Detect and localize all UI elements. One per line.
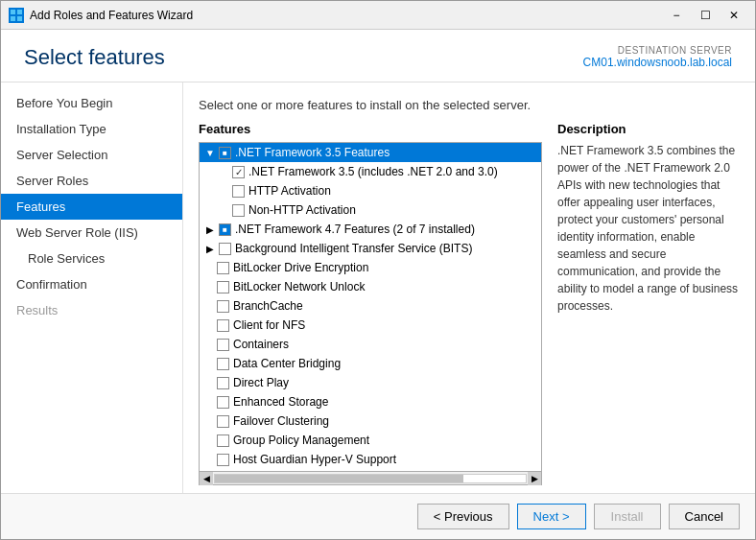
horizontal-scrollbar[interactable]: ◀ ▶ — [199, 472, 542, 485]
sidebar-item-role-services[interactable]: Role Services — [1, 246, 182, 271]
checkbox-net47[interactable] — [219, 223, 231, 236]
feature-label-data-center: Data Center Bridging — [233, 357, 341, 370]
expand-net35-icon[interactable]: ▼ — [203, 146, 217, 159]
checkbox-group-policy[interactable] — [217, 434, 229, 447]
server-name: CM01.windowsnoob.lab.local — [583, 56, 732, 69]
expand-bits-icon[interactable]: ▶ — [203, 242, 217, 255]
sidebar-item-installation-type[interactable]: Installation Type — [1, 116, 182, 142]
feature-label-bitlocker-network: BitLocker Network Unlock — [233, 280, 365, 293]
features-panel: Features ▼ .NET Framework 3.5 Features ▶ — [199, 122, 542, 485]
description-text: .NET Framework 3.5 combines the power of… — [557, 142, 740, 315]
description-panel: Description .NET Framework 3.5 combines … — [557, 122, 740, 485]
feature-label-failover: Failover Clustering — [233, 414, 329, 428]
h-scrollbar-track[interactable] — [214, 474, 527, 483]
feature-label-bits: Background Intelligent Transfer Service … — [235, 242, 472, 255]
sidebar-item-server-roles[interactable]: Server Roles — [1, 168, 182, 194]
feature-label-host-guardian: Host Guardian Hyper-V Support — [233, 453, 396, 466]
checkbox-net35[interactable] — [219, 147, 231, 159]
feature-row-bitlocker-network[interactable]: BitLocker Network Unlock — [200, 277, 541, 296]
destination-server-info: DESTINATION SERVER CM01.windowsnoob.lab.… — [583, 45, 732, 69]
maximize-button[interactable]: ☐ — [692, 6, 719, 25]
feature-label-net35-core: .NET Framework 3.5 (includes .NET 2.0 an… — [248, 165, 498, 178]
checkbox-branchcache[interactable] — [217, 300, 229, 313]
wizard-window: Add Roles and Features Wizard − ☐ ✕ Sele… — [0, 0, 756, 540]
feature-label-non-http: Non-HTTP Activation — [248, 203, 356, 217]
page-header: Select features DESTINATION SERVER CM01.… — [1, 30, 755, 82]
feature-label-net47: .NET Framework 4.7 Features (2 of 7 inst… — [235, 223, 475, 236]
page-title: Select features — [24, 45, 165, 70]
features-list[interactable]: ▼ .NET Framework 3.5 Features ▶ .NET Fra… — [199, 142, 542, 472]
destination-label: DESTINATION SERVER — [583, 45, 732, 56]
feature-row-client-nfs[interactable]: Client for NFS — [200, 316, 541, 335]
expand-net47-icon[interactable]: ▶ — [203, 223, 217, 236]
feature-row-direct-play[interactable]: Direct Play — [200, 373, 541, 392]
checkbox-client-nfs[interactable] — [217, 319, 229, 332]
svg-rect-1 — [17, 10, 22, 14]
feature-row-net47[interactable]: ▶ .NET Framework 4.7 Features (2 of 7 in… — [200, 220, 541, 239]
window-title: Add Roles and Features Wizard — [30, 9, 663, 22]
checkbox-enhanced-storage[interactable] — [217, 396, 229, 409]
close-button[interactable]: ✕ — [721, 6, 747, 25]
cancel-button[interactable]: Cancel — [669, 504, 740, 529]
two-column-layout: Features ▼ .NET Framework 3.5 Features ▶ — [199, 122, 740, 485]
feature-row-branchcache[interactable]: BranchCache — [200, 296, 541, 316]
feature-row-containers[interactable]: Containers — [200, 335, 541, 354]
h-scrollbar-thumb — [215, 475, 463, 482]
feature-label-direct-play: Direct Play — [233, 376, 289, 389]
title-bar: Add Roles and Features Wizard − ☐ ✕ — [1, 1, 755, 30]
footer: < Previous Next > Install Cancel — [1, 493, 755, 539]
sidebar-item-server-selection[interactable]: Server Selection — [1, 142, 182, 168]
checkbox-net35-core[interactable] — [232, 166, 245, 178]
install-button[interactable]: Install — [594, 504, 661, 529]
feature-row-enhanced-storage[interactable]: Enhanced Storage — [200, 392, 541, 411]
checkbox-host-guardian[interactable] — [217, 454, 229, 466]
instruction-text: Select one or more features to install o… — [199, 98, 740, 112]
feature-label-group-policy: Group Policy Management — [233, 434, 369, 447]
scroll-right-btn[interactable]: ▶ — [528, 472, 541, 485]
checkbox-failover[interactable] — [217, 415, 229, 428]
svg-rect-0 — [11, 10, 15, 14]
minimize-button[interactable]: − — [663, 6, 690, 25]
feature-label-enhanced-storage: Enhanced Storage — [233, 395, 328, 409]
checkbox-bitlocker-network[interactable] — [217, 281, 229, 293]
feature-label-client-nfs: Client for NFS — [233, 318, 305, 332]
sidebar-item-features[interactable]: Features — [1, 194, 182, 220]
feature-row-host-guardian[interactable]: Host Guardian Hyper-V Support — [200, 450, 541, 469]
checkbox-http-activation[interactable] — [232, 185, 245, 198]
scroll-left-btn[interactable]: ◀ — [200, 472, 213, 485]
sidebar-item-web-server[interactable]: Web Server Role (IIS) — [1, 220, 182, 246]
window-icon — [9, 8, 24, 23]
feature-row-group-policy[interactable]: Group Policy Management — [200, 431, 541, 450]
checkbox-data-center[interactable] — [217, 358, 229, 370]
feature-row-net35[interactable]: ▼ .NET Framework 3.5 Features — [200, 143, 541, 162]
sidebar-item-confirmation[interactable]: Confirmation — [1, 271, 182, 297]
feature-label-http-activation: HTTP Activation — [248, 184, 331, 198]
checkbox-bitlocker[interactable] — [217, 262, 229, 274]
feature-label-containers: Containers — [233, 338, 289, 351]
svg-rect-2 — [11, 16, 15, 21]
feature-label-branchcache: BranchCache — [233, 299, 303, 313]
description-label: Description — [557, 122, 740, 136]
feature-row-bitlocker[interactable]: BitLocker Drive Encryption — [200, 258, 541, 277]
feature-label-bitlocker: BitLocker Drive Encryption — [233, 261, 368, 274]
checkbox-direct-play[interactable] — [217, 377, 229, 389]
feature-row-failover[interactable]: Failover Clustering — [200, 411, 541, 431]
checkbox-bits[interactable] — [219, 243, 231, 255]
sidebar-item-results[interactable]: Results — [1, 297, 182, 323]
sidebar: Before You Begin Installation Type Serve… — [1, 82, 183, 493]
window-controls: − ☐ ✕ — [663, 6, 747, 25]
sidebar-item-before-you-begin[interactable]: Before You Begin — [1, 90, 182, 116]
feature-row-net35-core[interactable]: ▶ .NET Framework 3.5 (includes .NET 2.0 … — [200, 162, 541, 181]
previous-button[interactable]: < Previous — [417, 504, 509, 529]
feature-row-data-center[interactable]: Data Center Bridging — [200, 354, 541, 373]
checkbox-non-http[interactable] — [232, 204, 245, 217]
checkbox-containers[interactable] — [217, 339, 229, 351]
svg-rect-3 — [17, 16, 22, 21]
feature-row-bits[interactable]: ▶ Background Intelligent Transfer Servic… — [200, 239, 541, 258]
feature-row-http-activation[interactable]: ▶ HTTP Activation — [200, 181, 541, 200]
next-button[interactable]: Next > — [517, 504, 586, 529]
content-area: Before You Begin Installation Type Serve… — [1, 82, 755, 493]
features-label: Features — [199, 122, 542, 136]
feature-row-non-http[interactable]: ▶ Non-HTTP Activation — [200, 200, 541, 220]
main-content: Select one or more features to install o… — [183, 82, 755, 493]
